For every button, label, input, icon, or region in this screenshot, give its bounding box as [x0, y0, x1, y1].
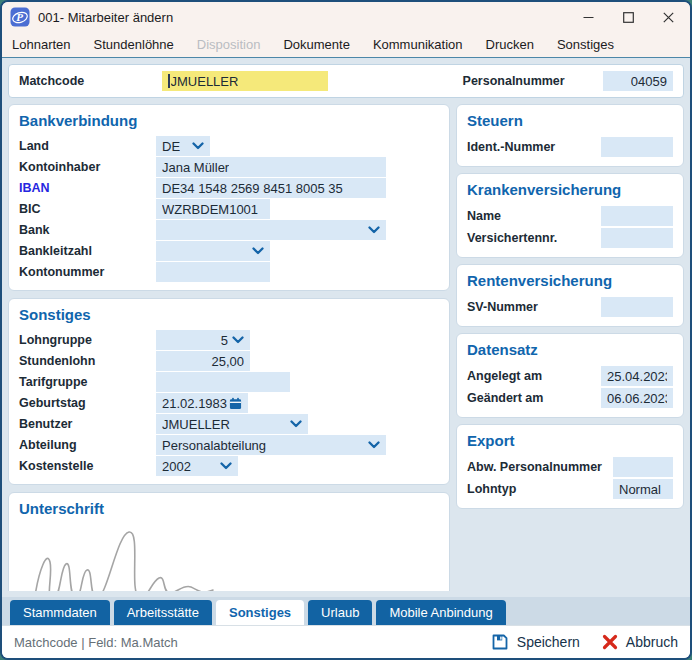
status-bar: Matchcode | Feld: Ma.Match Speichern Abb… [2, 625, 690, 658]
app-logo-icon: P [10, 7, 30, 27]
panel-bankverbindung: Bankverbindung Land DE Kontoinhaber Jana… [8, 104, 450, 291]
unterschrift-title: Unterschrift [19, 500, 439, 517]
kontonummer-field[interactable] [156, 262, 270, 282]
lohntyp-label: Lohntyp [467, 482, 613, 496]
krankenversicherung-title: Krankenversicherung [467, 181, 673, 198]
chevron-down-icon[interactable] [368, 226, 380, 234]
geburtstag-field[interactable]: 21.02.1983 [156, 393, 248, 413]
tab-mobile-anbindung[interactable]: Mobile Anbindung [376, 600, 505, 625]
matchcode-input[interactable]: JMUELLER [162, 71, 328, 91]
sv-nummer-field[interactable] [601, 297, 673, 317]
cancel-x-icon [602, 634, 618, 650]
app-window: P 001- Mitarbeiter ändern Lohnarten Stun… [0, 0, 692, 660]
tab-arbeitsstaette[interactable]: Arbeitsstätte [114, 600, 212, 625]
geaendert-am-field: 06.06.2023 [601, 388, 673, 408]
angelegt-am-field: 25.04.2023 [601, 366, 673, 386]
chevron-down-icon[interactable] [368, 441, 380, 449]
abw-personalnummer-field[interactable] [613, 457, 673, 477]
ident-nummer-field[interactable] [601, 137, 673, 157]
save-button[interactable]: Speichern [491, 633, 580, 651]
panel-steuern: Steuern Ident.-Nummer [456, 104, 684, 167]
menu-sonstiges[interactable]: Sonstiges [557, 37, 614, 52]
bank-label: Bank [19, 223, 156, 237]
kv-name-label: Name [467, 209, 601, 223]
maximize-button[interactable] [608, 2, 648, 32]
bankverbindung-title: Bankverbindung [19, 112, 439, 129]
steuern-title: Steuern [467, 112, 673, 129]
kontonummer-label: Kontonummer [19, 265, 156, 279]
bank-select[interactable] [156, 220, 386, 240]
menu-stundenloehne[interactable]: Stundenlöhne [94, 37, 174, 52]
bic-label: BIC [19, 202, 156, 216]
personalnummer-label: Personalnummer [463, 74, 565, 88]
lohngruppe-select[interactable]: 5 [156, 330, 250, 350]
calendar-icon[interactable] [229, 397, 242, 410]
iban-field[interactable]: DE34 1548 2569 8451 8005 35 [156, 178, 386, 198]
abteilung-select[interactable]: Personalabteilung [156, 435, 386, 455]
versichertennr-field[interactable] [601, 228, 673, 248]
window-title: 001- Mitarbeiter ändern [38, 10, 173, 25]
rentenversicherung-title: Rentenversicherung [467, 272, 673, 289]
tarifgruppe-label: Tarifgruppe [19, 375, 156, 389]
kv-name-field[interactable] [601, 206, 673, 226]
panel-unterschrift: Unterschrift [8, 492, 450, 591]
panel-sonstiges: Sonstiges Lohngruppe 5 Stundenlohn 25,00 [8, 298, 450, 485]
menu-lohnarten[interactable]: Lohnarten [12, 37, 71, 52]
tarifgruppe-field[interactable] [156, 372, 290, 392]
menu-disposition: Disposition [197, 37, 261, 52]
close-button[interactable] [648, 2, 688, 32]
tab-stammdaten[interactable]: Stammdaten [10, 600, 110, 625]
tab-sonstiges[interactable]: Sonstiges [216, 600, 304, 625]
lohngruppe-label: Lohngruppe [19, 333, 156, 347]
matchcode-bar: Matchcode JMUELLER Personalnummer 04059 [8, 64, 684, 98]
tab-strip: Stammdaten Arbeitsstätte Sonstiges Urlau… [2, 597, 690, 625]
panel-krankenversicherung: Krankenversicherung Name Versichertennr. [456, 173, 684, 258]
sonstiges-title: Sonstiges [19, 306, 439, 323]
menu-kommunikation[interactable]: Kommunikation [373, 37, 463, 52]
sv-nummer-label: SV-Nummer [467, 300, 601, 314]
close-icon [663, 12, 674, 23]
stundenlohn-field[interactable]: 25,00 [156, 351, 250, 371]
kostenstelle-label: Kostenstelle [19, 459, 156, 473]
benutzer-select[interactable]: JMUELLER [156, 414, 308, 434]
menu-drucken[interactable]: Drucken [486, 37, 534, 52]
svg-text:P: P [16, 11, 23, 23]
iban-label[interactable]: IBAN [19, 181, 156, 195]
bic-field[interactable]: WZRBDEM1001 [156, 199, 270, 219]
panel-rentenversicherung: Rentenversicherung SV-Nummer [456, 264, 684, 327]
bankleitzahl-select[interactable] [156, 241, 270, 261]
panel-datensatz: Datensatz Angelegt am 25.04.2023 Geänder… [456, 333, 684, 418]
land-select[interactable]: DE [156, 136, 210, 156]
chevron-down-icon[interactable] [192, 142, 204, 150]
geburtstag-label: Geburtstag [19, 396, 156, 410]
kontoinhaber-field[interactable]: Jana Müller [156, 157, 386, 177]
abteilung-label: Abteilung [19, 438, 156, 452]
minimize-button[interactable] [568, 2, 608, 32]
geaendert-am-label: Geändert am [467, 391, 601, 405]
personalnummer-field[interactable]: 04059 [603, 71, 673, 91]
bankleitzahl-label: Bankleitzahl [19, 244, 156, 258]
lohntyp-field[interactable]: Normal [613, 479, 673, 499]
abw-personalnummer-label: Abw. Personalnummer [467, 460, 613, 474]
minimize-icon [583, 12, 594, 23]
menu-dokumente[interactable]: Dokumente [283, 37, 349, 52]
chevron-down-icon[interactable] [232, 336, 244, 344]
datensatz-title: Datensatz [467, 341, 673, 358]
ident-nummer-label: Ident.-Nummer [467, 140, 601, 154]
status-field-info: Matchcode | Feld: Ma.Match [14, 635, 178, 650]
chevron-down-icon[interactable] [290, 420, 302, 428]
maximize-icon [623, 12, 634, 23]
chevron-down-icon[interactable] [220, 462, 232, 470]
save-floppy-icon [491, 633, 509, 651]
chevron-down-icon[interactable] [252, 247, 264, 255]
signature-image [23, 524, 233, 591]
panel-export: Export Abw. Personalnummer Lohntyp Norma… [456, 424, 684, 509]
stundenlohn-label: Stundenlohn [19, 354, 156, 368]
versichertennr-label: Versichertennr. [467, 231, 601, 245]
cancel-button[interactable]: Abbruch [602, 634, 678, 650]
tab-urlaub[interactable]: Urlaub [308, 600, 372, 625]
angelegt-am-label: Angelegt am [467, 369, 601, 383]
export-title: Export [467, 432, 673, 449]
kostenstelle-select[interactable]: 2002 [156, 456, 238, 476]
matchcode-label: Matchcode [19, 74, 162, 88]
